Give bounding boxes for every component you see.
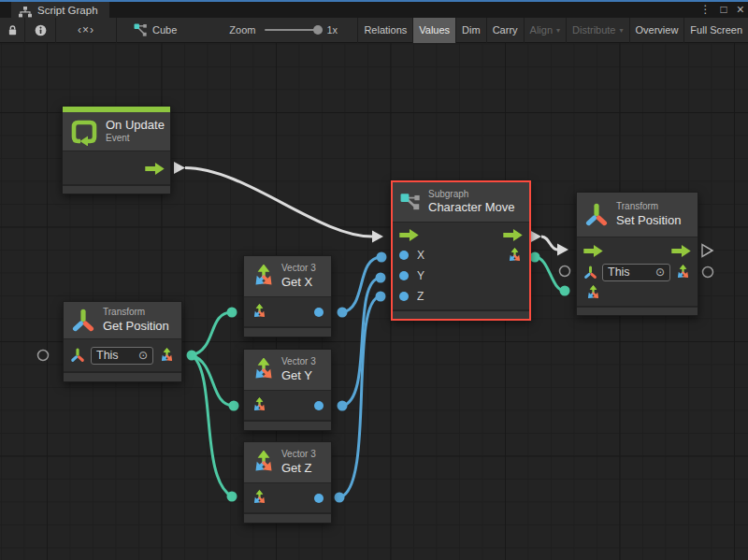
value-output-dot[interactable] (314, 494, 324, 503)
port-row-y: Y (393, 266, 529, 286)
chevron-down-icon: ▾ (620, 26, 624, 35)
transform-port-icon[interactable] (583, 266, 597, 280)
zoom-value: 1x (326, 24, 338, 36)
carry-button[interactable]: Carry (487, 18, 524, 43)
value-input-port-get-x[interactable] (227, 308, 237, 318)
node-character-move[interactable]: Subgraph Character Move X Y Z (391, 180, 531, 321)
flow-input-port-set-position[interactable] (557, 244, 568, 256)
node-header: Transform Get Position (64, 302, 181, 339)
flow-ports-row (393, 223, 529, 245)
object-picker-icon[interactable]: ⊙ (138, 350, 148, 361)
vector3-output-icon[interactable] (159, 348, 175, 364)
value-input-dot[interactable] (399, 271, 409, 280)
full-screen-button[interactable]: Full Screen (684, 18, 748, 43)
node-footer (244, 420, 331, 430)
flow-output-arrow-icon[interactable] (503, 228, 523, 240)
flow-arrow-icon[interactable] (145, 162, 165, 174)
overview-button[interactable]: Overview (630, 18, 684, 43)
value-output-port-set-position[interactable] (703, 267, 713, 278)
lock-icon (7, 24, 18, 36)
relations-button[interactable]: Relations (358, 18, 412, 43)
node-get-x[interactable]: Vector 3 Get X (243, 255, 332, 337)
code-preview-button[interactable]: ‹×› (56, 18, 116, 43)
value-output-dot[interactable] (314, 308, 324, 317)
align-dropdown[interactable]: Align▾ (525, 18, 566, 43)
graph-asset-icon (134, 23, 147, 36)
node-header: Transform Set Position (577, 193, 698, 237)
inspector-button[interactable] (25, 18, 55, 43)
code-icon: ‹×› (78, 23, 94, 36)
flow-input-arrow-icon[interactable] (583, 244, 603, 256)
node-footer (244, 512, 331, 523)
menu-icon[interactable]: ⋮ (700, 2, 712, 17)
node-footer (393, 309, 529, 319)
flow-output-port-on-update[interactable] (174, 162, 185, 174)
node-header: On Update Event (63, 112, 170, 151)
value-output-dot[interactable] (314, 401, 324, 410)
value-input-port-get-y[interactable] (229, 401, 239, 411)
close-icon[interactable]: × (737, 2, 744, 17)
node-title: Set Position (616, 213, 681, 228)
vector3-input-icon[interactable] (252, 304, 267, 320)
vector3-input-icon[interactable] (585, 285, 601, 301)
subgraph-icon (400, 193, 421, 211)
graph-name: Cube (152, 24, 177, 36)
z-input-port-character-move[interactable] (376, 292, 386, 302)
node-subtitle: Vector 3 (281, 263, 316, 275)
script-graph-window: Script Graph ⋮ □ × ‹×› Cube Zoom 1x (0, 0, 748, 560)
this-input-port-get-position[interactable] (38, 351, 49, 361)
zoom-slider-handle[interactable] (313, 25, 323, 35)
node-footer (64, 371, 181, 381)
node-subtitle: Transform (616, 201, 681, 213)
maximize-icon[interactable]: □ (721, 2, 727, 17)
value-input-dot[interactable] (399, 251, 409, 260)
tab-script-graph[interactable]: Script Graph (11, 2, 109, 18)
transform-icon (71, 309, 95, 333)
node-subtitle: Transform (103, 307, 169, 319)
value-input-port-get-z[interactable] (227, 492, 237, 502)
node-title: On Update (106, 118, 165, 133)
port-label: Z (417, 290, 424, 303)
node-body (244, 391, 331, 420)
vector3-input-icon[interactable] (252, 490, 267, 506)
flow-output-arrow-icon[interactable] (671, 244, 691, 256)
node-get-position[interactable]: Transform Get Position This ⊙ (63, 301, 182, 382)
this-object-field[interactable]: This ⊙ (602, 264, 670, 281)
flow-output-port-character-move[interactable] (530, 231, 541, 243)
this-input-port-set-position[interactable] (560, 266, 570, 277)
node-get-y[interactable]: Vector 3 Get Y (243, 349, 332, 431)
node-get-z[interactable]: Vector 3 Get Z (243, 441, 332, 524)
value-input-dot[interactable] (399, 292, 409, 301)
toolbar-separator (116, 18, 117, 43)
flow-input-arrow-icon[interactable] (399, 228, 419, 240)
zoom-slider[interactable] (265, 29, 318, 31)
node-set-position[interactable]: Transform Set Position This ⊙ (576, 192, 698, 316)
node-title: Character Move (428, 200, 514, 215)
values-button[interactable]: Values (413, 18, 455, 43)
transform-port-icon[interactable] (70, 348, 85, 363)
graph-breadcrumb[interactable]: Cube (134, 23, 177, 36)
x-input-port-character-move[interactable] (377, 252, 387, 263)
y-input-port-character-move[interactable] (376, 273, 386, 283)
dim-button[interactable]: Dim (456, 18, 486, 43)
window-controls: ⋮ □ × (700, 2, 744, 17)
node-on-update[interactable]: On Update Event (62, 106, 171, 194)
vector3-output-icon[interactable] (507, 248, 523, 264)
wire-onupdate-charactermove (185, 168, 372, 237)
port-label: X (417, 249, 424, 262)
graph-canvas[interactable]: On Update Event Transform Get Position (0, 43, 748, 560)
flow-output-port-set-position[interactable] (702, 245, 712, 257)
lock-button[interactable] (0, 18, 24, 43)
distribute-dropdown[interactable]: Distribute▾ (567, 18, 628, 43)
node-subtitle: Event (106, 133, 165, 145)
vector3-output-icon[interactable] (675, 265, 691, 280)
node-footer (244, 326, 331, 337)
value-input-port-set-position[interactable] (560, 286, 570, 296)
flow-input-port-character-move[interactable] (372, 231, 383, 243)
object-picker-icon[interactable]: ⊙ (655, 266, 665, 278)
wire-getposition-getx (192, 312, 232, 355)
vector3-input-icon[interactable] (252, 397, 267, 413)
graph-toolbar: ‹×› Cube Zoom 1x Relations Values Dim Ca… (0, 18, 748, 43)
toolbar-buttons: Relations Values Dim Carry Align▾ Distri… (357, 18, 748, 43)
this-object-field[interactable]: This ⊙ (91, 347, 153, 365)
